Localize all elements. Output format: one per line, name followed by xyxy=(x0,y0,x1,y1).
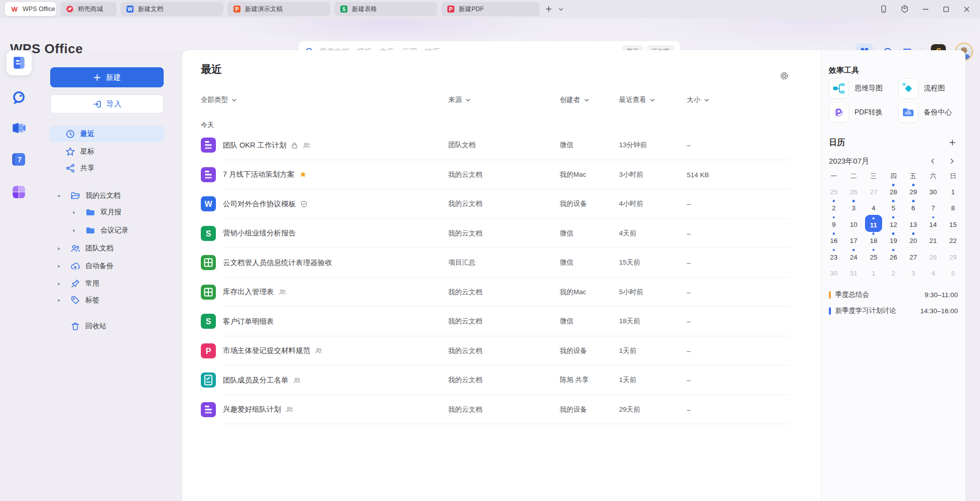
calendar-day[interactable]: 26 xyxy=(844,183,864,199)
calendar-day[interactable]: 27 xyxy=(864,183,884,199)
calendar-day[interactable]: 30 xyxy=(824,264,844,280)
calendar-day[interactable]: 14 xyxy=(923,215,943,231)
file-row[interactable]: 团队成员及分工名单 我的云文档 陈旭 共享 1天前 – xyxy=(201,365,790,395)
calendar-day[interactable]: 3 xyxy=(903,264,923,280)
file-row[interactable]: S 营销小组业绩分析报告 我的云文档 微信 4天前 – xyxy=(201,219,790,248)
file-row[interactable]: 库存出入管理表 我的云文档 我的Mac 5小时前 – xyxy=(201,278,790,307)
maximize-button[interactable] xyxy=(942,5,950,14)
gear-icon[interactable] xyxy=(779,71,789,81)
file-type-grid-green-icon xyxy=(201,285,216,300)
sidebar-item-回收站[interactable]: 回收站 xyxy=(49,318,165,334)
calendar-day[interactable]: 30 xyxy=(923,183,943,199)
calendar-day[interactable]: 17 xyxy=(844,231,864,247)
tool-备份中心[interactable]: 备份中心 xyxy=(898,102,952,122)
tool-流程图[interactable]: 流程图 xyxy=(898,78,945,98)
calendar-day[interactable]: 2 xyxy=(824,199,844,215)
filter-创建者[interactable]: 创建者 xyxy=(560,95,590,104)
calendar-next-button[interactable] xyxy=(948,158,955,165)
sidebar-tree-团队文档[interactable]: 团队文档 xyxy=(49,240,165,257)
calendar-day[interactable]: 1 xyxy=(864,264,884,280)
calendar-day[interactable]: 3 xyxy=(844,199,864,215)
shield-icon xyxy=(300,200,308,208)
app-tab-稻壳商城[interactable]: 稻壳商城 xyxy=(60,2,116,16)
calendar-day[interactable]: 29 xyxy=(943,248,963,264)
calendar-day[interactable]: 13 xyxy=(903,215,923,231)
calendar-event[interactable]: 季度总结会 9:30–11:00 xyxy=(829,289,958,300)
calendar-day[interactable]: 9 xyxy=(824,215,844,231)
calendar-day[interactable]: 15 xyxy=(943,215,963,231)
sidebar-tree-自动备份[interactable]: 自动备份 xyxy=(49,258,165,274)
calendar-day[interactable]: 27 xyxy=(903,248,923,264)
calendar-day[interactable]: 5 xyxy=(884,199,904,215)
minimize-button[interactable] xyxy=(921,5,930,14)
app-tab-WPS Office[interactable]: W WPS Office xyxy=(5,2,56,16)
file-row[interactable]: P 市场主体登记提交材料规范 我的云文档 我的设备 1天前 – xyxy=(201,336,790,366)
tool-思维导图[interactable]: 思维导图 xyxy=(829,78,883,98)
calendar-day[interactable]: 1 xyxy=(943,183,963,199)
app-tab-新建演示文稿[interactable]: P 新建演示文稿 xyxy=(227,2,330,16)
calendar-day[interactable]: 21 xyxy=(923,231,943,247)
new-document-button[interactable]: 新建 xyxy=(50,67,164,87)
calendar-add-button[interactable] xyxy=(948,139,956,147)
sidebar-tree-会议记录[interactable]: 会议记录 xyxy=(49,222,165,238)
calendar-day[interactable]: 28 xyxy=(923,248,943,264)
rail-chat[interactable] xyxy=(11,90,27,106)
filter-来源[interactable]: 来源 xyxy=(448,95,471,104)
import-button[interactable]: 导入 xyxy=(50,94,164,113)
file-row[interactable]: S 客户订单明细表 我的云文档 微信 18天前 – xyxy=(201,307,790,336)
app-tab-新建PDF[interactable]: P 新建PDF xyxy=(441,2,540,16)
calendar-day[interactable]: 25 xyxy=(824,183,844,199)
sidebar-tree-双月报[interactable]: 双月报 xyxy=(49,204,165,220)
calendar-day[interactable]: 20 xyxy=(903,231,923,247)
app-tab-新建文档[interactable]: W 新建文档 xyxy=(120,2,223,16)
sidebar-item-最近[interactable]: 最近 xyxy=(49,126,165,142)
file-row[interactable]: 团队 OKR 工作计划 团队文档 微信 13分钟前 – xyxy=(201,131,790,160)
calendar-day[interactable]: 16 xyxy=(824,231,844,247)
calendar-day[interactable]: 10 xyxy=(844,215,864,231)
new-tab-button[interactable] xyxy=(545,5,553,13)
workspace-button[interactable] xyxy=(900,5,909,14)
file-row[interactable]: W 公司对外合作协议模板 我的云文档 我的设备 4小时前 – xyxy=(201,189,790,219)
calendar-day[interactable]: 2 xyxy=(884,264,904,280)
calendar-day[interactable]: 31 xyxy=(844,264,864,280)
rail-apps[interactable] xyxy=(11,184,27,200)
file-row[interactable]: 7 月线下活动策划方案 我的云文档 我的Mac 3小时前 514 KB xyxy=(201,160,790,190)
calendar-day[interactable]: 29 xyxy=(903,183,923,199)
app-tab-新建表格[interactable]: S 新建表格 xyxy=(334,2,437,16)
calendar-day[interactable]: 18 xyxy=(864,231,884,247)
rail-meeting[interactable] xyxy=(11,120,27,136)
sidebar-tree-我的云文档[interactable]: 我的云文档 xyxy=(49,188,165,204)
file-row[interactable]: 兴趣爱好组队计划 我的云文档 我的设备 29天前 – xyxy=(201,395,790,425)
calendar-day[interactable]: 25 xyxy=(864,248,884,264)
tab-list-chevron-button[interactable] xyxy=(558,6,564,13)
file-row[interactable]: 云文档管人员信息统计表理器验收 项目汇总 微信 15天前 – xyxy=(201,248,790,278)
calendar-day[interactable]: 7 xyxy=(923,199,943,215)
close-button[interactable] xyxy=(962,5,971,14)
calendar-day-selected[interactable]: 11 xyxy=(864,215,884,231)
mobile-link-button[interactable] xyxy=(879,5,888,14)
calendar-day[interactable]: 4 xyxy=(864,199,884,215)
sidebar-item-星标[interactable]: 星标 xyxy=(49,144,165,160)
calendar-day[interactable]: 26 xyxy=(884,248,904,264)
tool-PDF转换[interactable]: PDF转换 xyxy=(829,102,883,122)
rail-calendar[interactable]: 7 xyxy=(11,151,27,167)
calendar-prev-button[interactable] xyxy=(929,158,936,165)
filter-全部类型[interactable]: 全部类型 xyxy=(201,95,237,104)
calendar-day[interactable]: 24 xyxy=(844,248,864,264)
calendar-day[interactable]: 8 xyxy=(943,199,963,215)
calendar-day[interactable]: 23 xyxy=(824,248,844,264)
calendar-day[interactable]: 5 xyxy=(943,264,963,280)
calendar-day[interactable]: 12 xyxy=(884,215,904,231)
calendar-day[interactable]: 4 xyxy=(923,264,943,280)
filter-最近查看[interactable]: 最近查看 xyxy=(619,95,656,104)
calendar-event[interactable]: 新季度学习计划讨论 14:30–16:00 xyxy=(829,305,958,316)
sidebar-tree-标签[interactable]: 标签 xyxy=(49,292,165,308)
rail-documents[interactable] xyxy=(7,50,32,75)
calendar-day[interactable]: 19 xyxy=(884,231,904,247)
calendar-day[interactable]: 28 xyxy=(884,183,904,199)
calendar-day[interactable]: 6 xyxy=(903,199,923,215)
calendar-day[interactable]: 22 xyxy=(943,231,963,247)
sidebar-tree-常用[interactable]: 常用 xyxy=(49,276,165,292)
filter-大小[interactable]: 大小 xyxy=(687,95,710,104)
sidebar-item-共享[interactable]: 共享 xyxy=(49,160,165,176)
